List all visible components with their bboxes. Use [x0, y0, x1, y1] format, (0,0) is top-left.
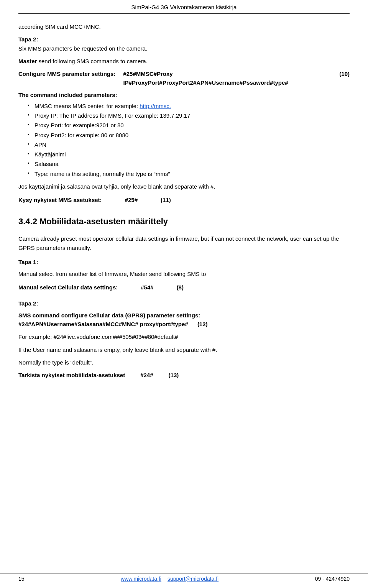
- configure-code: #25#MMSC#Proxy IP#ProxyPort#ProxyPort2#A…: [123, 69, 332, 87]
- footer-links: www.microdata.fi support@microdata.fi: [121, 576, 219, 582]
- bullet-list: MMSC means MMS center, for example: http…: [28, 102, 350, 178]
- tapa2-desc: Six MMS parameters be requested on the c…: [18, 45, 147, 52]
- page-header: SimPal-G4 3G Valvontakameran käsikirja: [18, 0, 350, 14]
- page-container: SimPal-G4 3G Valvontakameran käsikirja a…: [0, 0, 368, 588]
- manual-select-num: (8): [177, 283, 184, 292]
- bullet1-text: MMSC means MMS center, for example:: [34, 103, 140, 109]
- tapa2b-label: Tapa 2:: [18, 299, 350, 308]
- manual-select-code: #54#: [141, 283, 153, 292]
- page-footer: 15 www.microdata.fi support@microdata.fi…: [0, 573, 368, 582]
- tapa2-master: Master send following SMS commands to ca…: [18, 57, 350, 66]
- footer-page-number: 15: [18, 576, 25, 582]
- sms-num: (12): [197, 321, 208, 327]
- command-included: The command included parameters:: [18, 90, 350, 99]
- bullet-item-6: Käyttäjänimi: [28, 150, 350, 159]
- footer-phone: 09 - 42474920: [315, 576, 350, 582]
- if-user: If the User name and salasana is empty, …: [18, 345, 350, 354]
- camera-desc: Camera already preset most operator cell…: [18, 234, 350, 252]
- tarkista-label: Tarkista nykyiset mobiilidata-asetukset: [18, 371, 125, 379]
- footer-link1[interactable]: www.microdata.fi: [121, 576, 161, 582]
- tapa1-desc: Manual select from another list of firmw…: [18, 269, 350, 278]
- according-line: according SIM card MCC+MNC.: [18, 22, 350, 31]
- manual-select-line: Manual select Cellular data settings: #5…: [18, 283, 350, 292]
- bullet-item-3: Proxy Port: for example:9201 or 80: [28, 121, 350, 130]
- kysy-num: (11): [161, 195, 171, 204]
- bullet-item-2: Proxy IP: The IP address for MMS, For ex…: [28, 111, 350, 120]
- footer-link2[interactable]: support@microdata.fi: [168, 576, 219, 582]
- configure-line: Configure MMS parameter settings: #25#MM…: [18, 69, 350, 87]
- tarkista-line: Tarkista nykyiset mobiilidata-asetukset …: [18, 371, 350, 379]
- section-heading: 3.4.2 Mobiilidata-asetusten määrittely: [18, 215, 350, 228]
- bullet-item-7: Salasana: [28, 159, 350, 168]
- kysy-line: Kysy nykyiset MMS asetukset: #25# (11): [18, 195, 350, 204]
- configure-num: (10): [339, 69, 350, 78]
- configure-label: Configure MMS parameter settings:: [18, 69, 115, 78]
- sms-code: #24#APN#Username#Salasana#MCC#MNC# proxy…: [18, 321, 188, 327]
- bullet-item-8: Type: name is this setting, normally the…: [28, 169, 350, 178]
- master-bold: Master: [18, 58, 37, 64]
- kysy-code: #25#: [125, 195, 138, 204]
- sms-block: SMS command configure Cellular data (GPR…: [18, 311, 350, 329]
- tapa2-label-text: Tapa 2:: [18, 36, 38, 43]
- tapa1-label: Tapa 1:: [18, 258, 350, 266]
- manual-select-label: Manual select Cellular data settings:: [18, 283, 118, 292]
- tarkista-num: (13): [169, 371, 179, 379]
- normally-type: Normally the type is “default”.: [18, 358, 350, 367]
- kysy-label: Kysy nykyiset MMS asetukset:: [18, 195, 102, 204]
- bullet-item-4: Proxy Port2: for example: 80 or 8080: [28, 131, 350, 140]
- bullet-item-1: MMSC means MMS center, for example: http…: [28, 102, 350, 110]
- sms-heading: SMS command configure Cellular data (GPR…: [18, 312, 200, 319]
- page-header-title: SimPal-G4 3G Valvontakameran käsikirja: [131, 4, 237, 10]
- bullet1-link[interactable]: http://mmsc.: [140, 103, 171, 109]
- tarkista-code: #24#: [140, 371, 153, 379]
- bullet-item-5: APN: [28, 140, 350, 149]
- jos-note: Jos käyttäjänimi ja salasana ovat tyhjiä…: [18, 182, 350, 191]
- for-example: For example: #24#live.vodafone.com###505…: [18, 332, 350, 341]
- tapa2-label: Tapa 2: Six MMS parameters be requested …: [18, 35, 350, 53]
- page-content: according SIM card MCC+MNC. Tapa 2: Six …: [18, 22, 350, 379]
